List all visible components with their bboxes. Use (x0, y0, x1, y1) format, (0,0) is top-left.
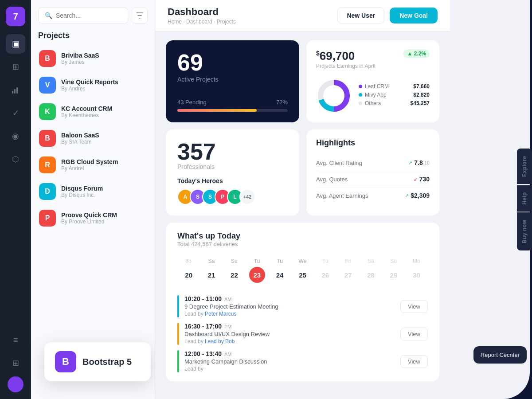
project-name-vine: Vine Quick Reports (61, 78, 147, 86)
event-bar (177, 295, 179, 317)
event-content: 12:00 - 13:40 AM Marketing Campaign Disc… (184, 350, 395, 372)
event-view-button[interactable]: View (400, 355, 428, 368)
nav-icon-dashboard[interactable]: ▣ (6, 34, 25, 54)
highlight-row: Avg. Agent Earnings ↗ $2,309 (316, 188, 430, 203)
pending-label: 43 Pending (177, 99, 207, 106)
side-action-buy-now[interactable]: Buy now (517, 212, 532, 250)
nav-icon-chart[interactable] (6, 80, 25, 100)
left-navigation: 7 ▣ ⊞ ✓ ◉ ⬡ ≡ ⊞ (0, 0, 31, 399)
event-lead-name[interactable]: Peter Marcus (205, 311, 236, 317)
nav-icon-grid[interactable]: ⊞ (6, 57, 25, 77)
project-item-rgb[interactable]: R RGB Cloud System By Andrei (35, 152, 151, 178)
calendar-day[interactable]: Mo 30 (405, 254, 428, 286)
nav-avatar[interactable]: 7 (6, 7, 25, 26)
second-cards-row: 357 Professionals Today's Heroes ASSPL+4… (166, 129, 439, 215)
donut-chart (316, 78, 352, 113)
nav-icon-bottom1[interactable]: ≡ (6, 330, 25, 350)
report-center-button[interactable]: Report Cecnter (473, 346, 527, 364)
day-name: Su (384, 258, 403, 264)
earnings-currency: $ (316, 50, 320, 57)
event-time: 16:30 - 17:00 PM (184, 323, 395, 330)
project-by-kc: By Keenthemes (61, 112, 147, 118)
heroes-label: Today's Heroes (177, 177, 288, 184)
side-action-explore[interactable]: Explore (517, 149, 532, 184)
professionals-number: 357 (177, 140, 288, 163)
project-item-disqus[interactable]: D Disqus Forum By Disqus Inc. (35, 179, 151, 204)
nav-icon-bottom2[interactable]: ⊞ (6, 353, 25, 373)
calendar-day[interactable]: Tu 24 (268, 254, 291, 286)
event-item: 16:30 - 17:00 PM Dashboard UI/UX Design … (177, 323, 428, 345)
calendar-day[interactable]: We 25 (291, 254, 314, 286)
highlight-value: 7.8 (414, 159, 422, 166)
legend-others: Others (365, 100, 381, 106)
highlights-rows: Avg. Client Rating ↗ 7.8 10 Avg. Quotes … (316, 155, 430, 203)
nav-icon-briefcase[interactable]: ⬡ (6, 149, 25, 169)
progress-fill (177, 109, 257, 112)
highlights-title: Highlights (316, 138, 430, 148)
highlight-trend: ↙ (414, 176, 418, 182)
sidebar-title: Projects (31, 27, 155, 46)
project-item-baloon[interactable]: B Baloon SaaS By SIA Team (35, 125, 151, 151)
event-name: Marketing Campaign Discussion (184, 358, 395, 365)
day-number: 20 (181, 267, 197, 283)
project-logo-kc: K (39, 103, 56, 120)
new-user-button[interactable]: New User (337, 7, 384, 24)
calendar-day[interactable]: Sa 28 (360, 254, 382, 286)
active-projects-bottom: 43 Pending 72% (177, 99, 288, 112)
highlight-label: Avg. Client Rating (316, 160, 408, 166)
day-name: Fri (339, 258, 358, 264)
earnings-badge: ▲ 2.2% (403, 49, 430, 58)
event-view-button[interactable]: View (400, 300, 428, 313)
highlight-row: Avg. Quotes ↙ 730 (316, 171, 430, 188)
search-input[interactable] (56, 12, 121, 19)
event-view-button[interactable]: View (400, 328, 428, 340)
project-item-vine[interactable]: V Vine Quick Reports By Andres (35, 72, 151, 98)
sidebar-search-area: 🔍 (31, 0, 155, 27)
nav-icon-layers[interactable]: ◉ (6, 126, 25, 146)
event-content: 16:30 - 17:00 PM Dashboard UI/UX Design … (184, 323, 395, 344)
calendar-day[interactable]: Fri 27 (337, 254, 360, 286)
project-logo-proove: P (39, 210, 56, 227)
event-ampm: AM (224, 297, 232, 302)
professionals-card: 357 Professionals Today's Heroes ASSPL+4… (166, 129, 299, 215)
project-logo-vine: V (39, 77, 56, 94)
calendar-day[interactable]: Tu 26 (314, 254, 336, 286)
earnings-value-item: $2,820 (411, 92, 430, 98)
event-lead: Lead by Lead by Bob (184, 338, 395, 344)
project-logo-briviba: B (39, 50, 56, 67)
day-number: 24 (272, 267, 288, 283)
project-by-vine: By Andres (61, 86, 147, 92)
calendar-title: What's up Today (177, 231, 428, 241)
day-name: Tu (247, 258, 266, 264)
highlight-label: Avg. Agent Earnings (316, 192, 405, 199)
active-projects-card: 69 Active Projects 43 Pending 72% (166, 40, 299, 122)
project-name-briviba: Briviba SaaS (61, 52, 147, 59)
calendar-day[interactable]: Tu 23 (246, 254, 268, 286)
event-lead-name[interactable]: Lead by Bob (205, 338, 235, 344)
project-info-briviba: Briviba SaaS By James (61, 52, 147, 65)
bootstrap-popup: B Bootstrap 5 (44, 342, 151, 381)
calendar-section: What's up Today Total 424,567 deliveries… (166, 223, 439, 381)
project-by-baloon: By SIA Team (61, 139, 147, 145)
event-content: 10:20 - 11:00 AM 9 Degree Project Estima… (184, 295, 395, 317)
nav-icon-check[interactable]: ✓ (6, 103, 25, 123)
right-panel-actions: ExploreHelpBuy now (517, 149, 532, 250)
project-item-kc[interactable]: K KC Account CRM By Keenthemes (35, 99, 151, 125)
calendar-day[interactable]: Su 22 (223, 254, 246, 286)
day-name: Sa (202, 258, 221, 264)
header-title-area: Dashboard Home · Dashboard · Projects (168, 6, 236, 25)
nav-user-avatar[interactable] (8, 376, 23, 392)
filter-button[interactable] (132, 8, 148, 23)
highlight-value: $2,309 (411, 192, 430, 199)
calendar-day[interactable]: Fr 20 (177, 254, 200, 286)
new-goal-button[interactable]: New Goal (390, 8, 438, 23)
side-action-help[interactable]: Help (517, 185, 532, 211)
project-item-briviba[interactable]: B Briviba SaaS By James (35, 46, 151, 71)
project-item-proove[interactable]: P Proove Quick CRM By Proove Limited (35, 205, 151, 231)
calendar-day[interactable]: Su 29 (382, 254, 405, 286)
progress-bar (177, 109, 288, 112)
calendar-day[interactable]: Sa 21 (200, 254, 223, 286)
svg-rect-2 (16, 87, 18, 94)
highlights-card: Highlights Avg. Client Rating ↗ 7.8 10 A… (306, 129, 439, 215)
event-time: 10:20 - 11:00 AM (184, 295, 395, 302)
